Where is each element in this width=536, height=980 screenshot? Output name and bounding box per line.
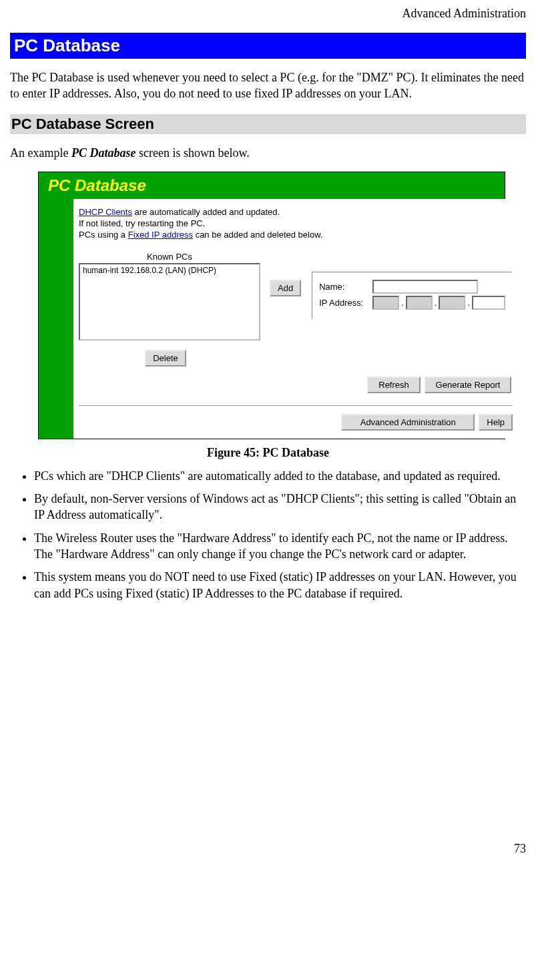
- ui-sidebar: [39, 199, 73, 439]
- pc-database-screenshot: PC Database DHCP Clients are automatical…: [38, 172, 505, 439]
- advanced-administration-button[interactable]: Advanced Administration: [341, 414, 475, 431]
- page-header-section: Advanced Administration: [10, 7, 526, 21]
- ui-banner-title: PC Database: [48, 176, 146, 194]
- list-item: The Wireless Router uses the "Hardware A…: [34, 530, 526, 563]
- name-label: Name:: [319, 282, 372, 292]
- page-title: PC Database: [10, 33, 526, 59]
- page-number: 73: [10, 842, 526, 856]
- fixed-ip-link[interactable]: Fixed IP address: [128, 230, 193, 240]
- help-button[interactable]: Help: [479, 414, 513, 431]
- example-sentence: An example PC Database screen is shown b…: [10, 145, 526, 161]
- list-item: This system means you do NOT need to use…: [34, 569, 526, 601]
- list-item: PCs which are "DHCP Clients" are automat…: [34, 468, 526, 484]
- dot-icon: .: [467, 298, 470, 308]
- list-item[interactable]: human-int 192.168.0.2 (LAN) (DHCP): [83, 266, 256, 275]
- generate-report-button[interactable]: Generate Report: [425, 377, 511, 393]
- ui-banner: PC Database: [39, 172, 505, 199]
- ip-octet-3[interactable]: [439, 296, 465, 310]
- entry-panel: Name: IP Address: . . .: [312, 272, 513, 319]
- figure-caption: Figure 45: PC Database: [10, 446, 526, 460]
- dhcp-clients-link[interactable]: DHCP Clients: [79, 207, 132, 217]
- bullet-list: PCs which are "DHCP Clients" are automat…: [10, 468, 526, 601]
- ip-label: IP Address:: [319, 298, 372, 308]
- note1-rest: are automatically added and updated.: [132, 207, 280, 217]
- section-heading: PC Database Screen: [10, 114, 526, 134]
- note-line-2: If not listed, try restarting the PC.: [79, 218, 513, 228]
- name-field[interactable]: [372, 280, 478, 294]
- note-line-3: PCs using a Fixed IP address can be adde…: [79, 230, 513, 240]
- example-lead: An example: [10, 146, 71, 160]
- known-pcs-listbox[interactable]: human-int 192.168.0.2 (LAN) (DHCP): [79, 263, 260, 340]
- note3-pre: PCs using a: [79, 230, 128, 240]
- ip-octet-1[interactable]: [372, 296, 399, 310]
- known-pcs-label: Known PCs: [147, 252, 192, 262]
- list-item: By default, non-Server versions of Windo…: [34, 491, 526, 523]
- delete-button[interactable]: Delete: [145, 350, 186, 366]
- dot-icon: .: [435, 298, 437, 308]
- refresh-button[interactable]: Refresh: [367, 377, 421, 393]
- example-em: PC Database: [71, 146, 136, 160]
- note-line-1: DHCP Clients are automatically added and…: [79, 207, 513, 217]
- example-tail: screen is shown below.: [136, 146, 249, 160]
- ip-octet-2[interactable]: [406, 296, 433, 310]
- intro-paragraph: The PC Database is used whenever you nee…: [10, 69, 526, 102]
- add-button[interactable]: Add: [270, 280, 301, 296]
- dot-icon: .: [401, 298, 404, 308]
- ip-octet-4[interactable]: [472, 296, 505, 310]
- note3-post: can be added and deleted below.: [193, 230, 322, 240]
